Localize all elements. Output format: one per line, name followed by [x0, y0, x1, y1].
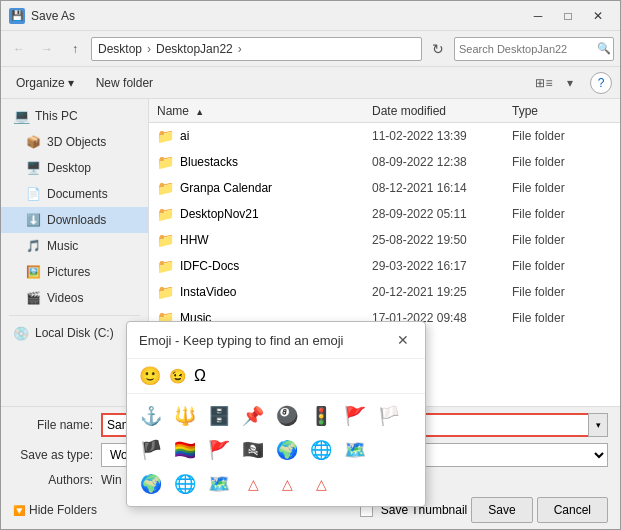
downloads-icon: ⬇️ — [25, 212, 41, 228]
quick-emoji-2[interactable]: 😉 — [169, 368, 186, 384]
emoji-pin[interactable]: 📌 — [237, 400, 269, 432]
pc-icon: 💻 — [13, 108, 29, 124]
emoji-popup: Emoji - Keep typing to find an emoji ✕ 🙂… — [126, 321, 426, 507]
file-type: File folder — [512, 155, 612, 169]
sidebar-item-documents[interactable]: 📄 Documents — [1, 181, 148, 207]
sidebar-item-pictures[interactable]: 🖼️ Pictures — [1, 259, 148, 285]
emoji-triangle3[interactable]: △ — [305, 468, 337, 500]
nav-bar: ← → ↑ Desktop › DesktopJan22 › ↻ 🔍 — [1, 31, 620, 67]
emoji-earth[interactable]: 🌍 — [271, 434, 303, 466]
emoji-red-flag[interactable]: 🚩 — [203, 434, 235, 466]
minimize-button[interactable]: ─ — [524, 6, 552, 26]
view-toggle-button[interactable]: ⊞≡ — [532, 71, 556, 95]
desktop-icon: 🖥️ — [25, 160, 41, 176]
sidebar-item-desktop[interactable]: 🖥️ Desktop — [1, 155, 148, 181]
search-box: 🔍 — [454, 37, 614, 61]
emoji-triangle2[interactable]: △ — [271, 468, 303, 500]
emoji-triangle1[interactable]: △ — [237, 468, 269, 500]
emoji-globe[interactable]: 🌐 — [305, 434, 337, 466]
emoji-flag-triangular[interactable]: 🚩 — [339, 400, 371, 432]
emoji-trident[interactable]: 🔱 — [169, 400, 201, 432]
file-type: File folder — [512, 285, 612, 299]
table-row[interactable]: 📁 InstaVideo 20-12-2021 19:25 File folde… — [149, 279, 620, 305]
close-button[interactable]: ✕ — [584, 6, 612, 26]
table-row[interactable]: 📁 ai 11-02-2022 13:39 File folder — [149, 123, 620, 149]
emoji-pirate-flag[interactable]: 🏴‍☠️ — [237, 434, 269, 466]
emoji-rainbow-flag[interactable]: 🏳️‍🌈 — [169, 434, 201, 466]
file-type: File folder — [512, 181, 612, 195]
dialog-title: Save As — [31, 9, 524, 23]
file-date: 28-09-2022 05:11 — [372, 207, 512, 221]
table-row[interactable]: 📁 IDFC-Docs 29-03-2022 16:17 File folder — [149, 253, 620, 279]
col-date[interactable]: Date modified — [372, 104, 512, 118]
table-row[interactable]: 📁 Bluestacks 08-09-2022 12:38 File folde… — [149, 149, 620, 175]
breadcrumb[interactable]: Desktop › DesktopJan22 › — [91, 37, 422, 61]
search-input[interactable] — [459, 43, 597, 55]
folder-icon: 📁 — [157, 284, 174, 300]
new-folder-button[interactable]: New folder — [89, 71, 160, 95]
help-button[interactable]: ? — [590, 72, 612, 94]
file-type: File folder — [512, 129, 612, 143]
emoji-globe2[interactable]: 🌐 — [169, 468, 201, 500]
quick-emoji-1[interactable]: 🙂 — [139, 365, 161, 387]
col-type[interactable]: Type — [512, 104, 612, 118]
dialog-icon: 💾 — [9, 8, 25, 24]
pictures-icon: 🖼️ — [25, 264, 41, 280]
col-name[interactable]: Name ▲ — [157, 104, 372, 118]
sidebar-item-downloads[interactable]: ⬇️ Downloads — [1, 207, 148, 233]
forward-button[interactable]: → — [35, 37, 59, 61]
maximize-button[interactable]: □ — [554, 6, 582, 26]
sidebar-item-videos[interactable]: 🎬 Videos — [1, 285, 148, 311]
file-name: Bluestacks — [180, 155, 238, 169]
file-name: InstaVideo — [180, 285, 237, 299]
file-type: File folder — [512, 233, 612, 247]
table-row[interactable]: 📁 DesktopNov21 28-09-2022 05:11 File fol… — [149, 201, 620, 227]
table-row[interactable]: 📁 Granpa Calendar 08-12-2021 16:14 File … — [149, 175, 620, 201]
emoji-black-flag[interactable]: 🏴 — [135, 434, 167, 466]
emoji-earth2[interactable]: 🌍 — [135, 468, 167, 500]
title-bar: 💾 Save As ─ □ ✕ — [1, 1, 620, 31]
emoji-map[interactable]: 🗺️ — [339, 434, 371, 466]
emoji-popup-title: Emoji - Keep typing to find an emoji — [139, 333, 344, 348]
file-name: HHW — [180, 233, 209, 247]
refresh-button[interactable]: ↻ — [426, 37, 450, 61]
file-type: File folder — [512, 259, 612, 273]
emoji-ball[interactable]: 🎱 — [271, 400, 303, 432]
emoji-map2[interactable]: 🗺️ — [203, 468, 235, 500]
hide-folders-label: Hide Folders — [29, 503, 97, 517]
emoji-popup-header: Emoji - Keep typing to find an emoji ✕ — [127, 322, 425, 359]
sidebar-item-this-pc[interactable]: 💻 This PC — [1, 103, 148, 129]
sidebar-item-label: Downloads — [47, 213, 106, 227]
cancel-button[interactable]: Cancel — [537, 497, 608, 523]
quick-emoji-3[interactable]: Ω — [194, 367, 206, 385]
sidebar-item-3d-objects[interactable]: 📦 3D Objects — [1, 129, 148, 155]
folder-icon: 📁 — [157, 128, 174, 144]
file-date: 08-12-2021 16:14 — [372, 181, 512, 195]
table-row[interactable]: 📁 HHW 25-08-2022 19:50 File folder — [149, 227, 620, 253]
sidebar-item-label: Desktop — [47, 161, 91, 175]
sidebar-item-label: This PC — [35, 109, 78, 123]
emoji-white-flag[interactable]: 🏳️ — [373, 400, 405, 432]
save-button[interactable]: Save — [471, 497, 532, 523]
emoji-close-button[interactable]: ✕ — [393, 330, 413, 350]
disk-icon: 💿 — [13, 325, 29, 341]
savetype-label: Save as type: — [13, 448, 93, 462]
search-icon: 🔍 — [597, 42, 611, 55]
organize-button[interactable]: Organize ▾ — [9, 71, 81, 95]
3d-icon: 📦 — [25, 134, 41, 150]
file-date: 11-02-2022 13:39 — [372, 129, 512, 143]
view-dropdown-button[interactable]: ▾ — [558, 71, 582, 95]
authors-label: Authors: — [13, 473, 93, 487]
back-button[interactable]: ← — [7, 37, 31, 61]
file-name: DesktopNov21 — [180, 207, 259, 221]
file-date: 20-12-2021 19:25 — [372, 285, 512, 299]
sidebar-item-label: Videos — [47, 291, 83, 305]
emoji-anchor[interactable]: ⚓ — [135, 400, 167, 432]
emoji-cabinet[interactable]: 🗄️ — [203, 400, 235, 432]
up-button[interactable]: ↑ — [63, 37, 87, 61]
filename-dropdown-button[interactable]: ▾ — [588, 413, 608, 437]
save-as-dialog: 💾 Save As ─ □ ✕ ← → ↑ Desktop › DesktopJ… — [0, 0, 621, 530]
sidebar-item-music[interactable]: 🎵 Music — [1, 233, 148, 259]
emoji-traffic-light[interactable]: 🚦 — [305, 400, 337, 432]
filename-label: File name: — [13, 418, 93, 432]
